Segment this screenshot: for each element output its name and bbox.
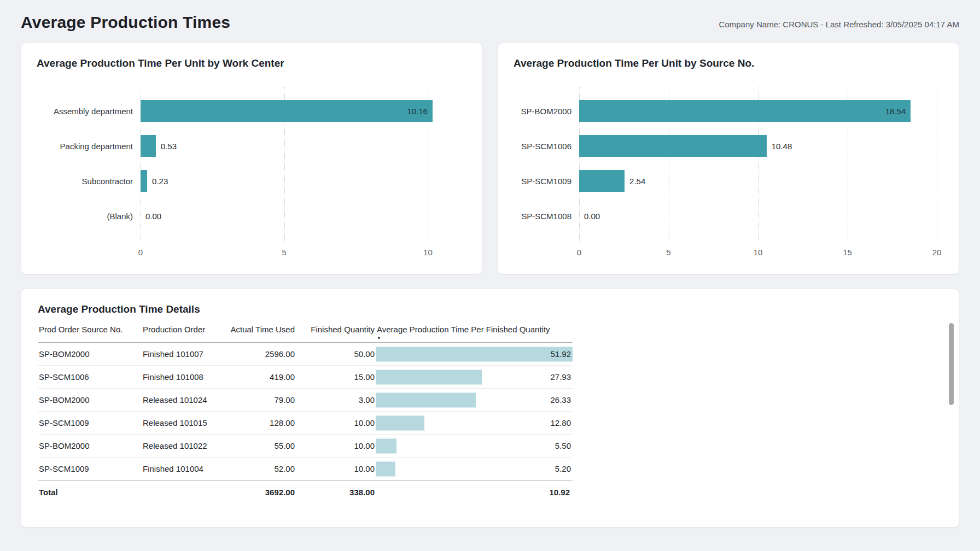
table-row[interactable]: SP-BOM2000Finished 1010072596.0050.0051.… xyxy=(38,343,573,366)
avg-value: 5.50 xyxy=(376,441,573,450)
axis-tick-label: 10 xyxy=(754,248,763,257)
x-axis: 0510 xyxy=(141,248,457,261)
table-cell: 52.00 xyxy=(225,458,296,480)
table-wrap: Prod Order Source No.Production OrderAct… xyxy=(38,323,573,503)
avg-value: 51.92 xyxy=(376,349,573,359)
chart-row: SP-SCM100610.48 xyxy=(514,128,943,163)
axis-tick-label: 15 xyxy=(843,248,852,257)
column-header[interactable]: Finished Quantity xyxy=(296,323,376,343)
table-cell: Released 101024 xyxy=(142,389,225,412)
table-total-row: Total3692.00338.0010.92 xyxy=(38,480,573,503)
chart-bars: Assembly department10.1610.16Packing dep… xyxy=(37,86,466,233)
column-header-label: Prod Order Source No. xyxy=(39,324,141,335)
table-cell: 15.00 xyxy=(296,366,376,389)
column-header-label: Production Order xyxy=(143,324,224,335)
category-label: SP-SCM1008 xyxy=(514,212,579,221)
avg-value: 26.33 xyxy=(376,395,573,405)
table-row[interactable]: SP-SCM1006Finished 101008419.0015.0027.9… xyxy=(38,366,573,389)
charts-row: Average Production Time Per Unit by Work… xyxy=(21,43,959,274)
table-cell: 10.00 xyxy=(296,458,376,480)
work-center-chart-card: Average Production Time Per Unit by Work… xyxy=(21,43,482,274)
report-page: Average Production Times Company Name: C… xyxy=(0,0,980,541)
axis-tick-label: 20 xyxy=(932,248,942,257)
column-header-label: Finished Quantity xyxy=(297,324,375,335)
table-scrollbar[interactable] xyxy=(949,323,954,405)
table-row[interactable]: SP-SCM1009Finished 10100452.0010.005.20 xyxy=(38,458,573,480)
sort-arrow-placeholder xyxy=(226,335,295,342)
table-cell: SP-BOM2000 xyxy=(38,435,142,458)
value-label: 0.53 xyxy=(161,142,177,151)
table-cell: 2596.00 xyxy=(225,343,296,366)
bar[interactable] xyxy=(141,135,156,157)
table-cell: SP-BOM2000 xyxy=(38,343,142,366)
category-label: Packing department xyxy=(37,142,141,151)
refresh-status-text: Company Name: CRONUS - Last Refreshed: 3… xyxy=(719,20,959,32)
bar[interactable] xyxy=(579,135,767,157)
category-label: Assembly department xyxy=(37,107,141,116)
bar[interactable] xyxy=(141,170,147,192)
chart-row: Assembly department10.1610.16 xyxy=(37,93,466,128)
table-row[interactable]: SP-BOM2000Released 10102479.003.0026.33 xyxy=(38,389,573,412)
axis-tick-label: 5 xyxy=(666,248,670,257)
table-cell: 50.00 xyxy=(296,343,376,366)
chart-row: (Blank)0.00 xyxy=(37,198,466,233)
sort-arrow-placeholder xyxy=(143,335,224,342)
x-axis: 05101520 xyxy=(579,248,937,261)
table-cell: 128.00 xyxy=(225,412,296,435)
column-header[interactable]: Actual Time Used xyxy=(225,323,296,343)
data-bar-cell: 51.92 xyxy=(376,343,573,366)
sort-descending-icon: ▼ xyxy=(377,335,571,342)
value-label: 10.16 xyxy=(407,107,428,116)
column-header[interactable]: Prod Order Source No. xyxy=(38,323,142,343)
column-header[interactable]: Production Order xyxy=(142,323,225,343)
chart-row: SP-SCM10092.54 xyxy=(514,163,943,198)
details-table: Prod Order Source No.Production OrderAct… xyxy=(38,323,573,503)
table-row[interactable]: SP-SCM1009Released 101015128.0010.0012.8… xyxy=(38,412,573,435)
category-label: SP-SCM1009 xyxy=(514,177,579,186)
bar[interactable]: 18.54 xyxy=(579,100,911,122)
table-cell: SP-SCM1006 xyxy=(38,366,142,389)
avg-value: 27.93 xyxy=(376,372,573,382)
plot-cell: 18.5418.54 xyxy=(579,93,937,128)
table-row[interactable]: SP-BOM2000Released 10102255.0010.005.50 xyxy=(38,435,573,458)
bar[interactable] xyxy=(579,170,625,192)
table-title: Average Production Time Details xyxy=(38,303,942,315)
value-label: 18.54 xyxy=(885,107,906,116)
plot-cell: 2.54 xyxy=(579,163,937,198)
chart-title: Average Production Time Per Unit by Sour… xyxy=(514,57,943,69)
column-header[interactable]: Average Production Time Per Finished Qua… xyxy=(376,323,573,343)
table-cell: Finished 101008 xyxy=(142,366,225,389)
value-label: 0.23 xyxy=(152,177,168,186)
total-cell: 338.00 xyxy=(296,480,376,503)
chart-row: Subcontractor0.23 xyxy=(37,163,466,198)
chart-row: SP-BOM200018.5418.54 xyxy=(514,93,943,128)
data-bar-cell: 26.33 xyxy=(376,389,573,412)
column-header-label: Actual Time Used xyxy=(226,324,295,335)
axis-tick-label: 0 xyxy=(577,248,581,257)
column-header-label: Average Production Time Per Finished Qua… xyxy=(377,324,571,335)
avg-value: 5.20 xyxy=(376,464,573,473)
table-cell: 10.00 xyxy=(296,435,376,458)
table-cell: Released 101015 xyxy=(142,412,225,435)
plot-cell: 10.48 xyxy=(579,128,937,163)
bar[interactable]: 10.16 xyxy=(141,100,433,122)
table-cell: 79.00 xyxy=(225,389,296,412)
category-label: SP-SCM1006 xyxy=(514,142,579,151)
chart-bars: SP-BOM200018.5418.54SP-SCM100610.48SP-SC… xyxy=(514,86,943,233)
table-cell: 10.00 xyxy=(296,412,376,435)
page-title: Average Production Times xyxy=(21,13,230,32)
table-cell: SP-SCM1009 xyxy=(38,412,142,435)
plot-cell: 0.00 xyxy=(141,198,457,233)
axis-tick-label: 0 xyxy=(138,248,143,257)
details-table-card: Average Production Time Details Prod Ord… xyxy=(21,289,959,527)
chart-title: Average Production Time Per Unit by Work… xyxy=(37,57,466,69)
plot-cell: 0.00 xyxy=(579,198,937,233)
sort-arrow-placeholder xyxy=(39,335,141,342)
axis-tick-label: 5 xyxy=(282,248,287,257)
value-label: 0.00 xyxy=(145,212,161,221)
avg-value: 12.80 xyxy=(376,418,573,427)
table-cell: Released 101022 xyxy=(142,435,225,458)
chart-row: Packing department0.53 xyxy=(37,128,466,163)
category-label: Subcontractor xyxy=(37,177,141,186)
axis-tick-label: 10 xyxy=(423,248,433,257)
